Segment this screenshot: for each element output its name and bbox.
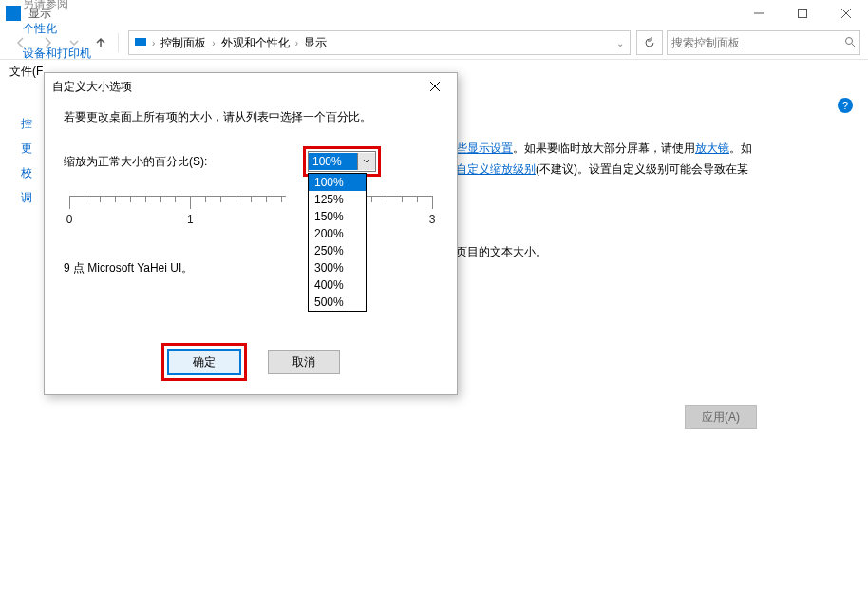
- sample-text: 9 点 Microsoft YaHei UI。: [64, 260, 438, 276]
- menu-file[interactable]: 文件(F: [9, 64, 43, 85]
- refresh-button[interactable]: [636, 30, 663, 55]
- help-icon[interactable]: ?: [838, 98, 853, 113]
- app-icon: [6, 6, 21, 21]
- sidebar: 控 更 校 调: [21, 111, 32, 210]
- pc-icon: [133, 35, 148, 50]
- ruler-label: 3: [429, 213, 436, 226]
- scale-option[interactable]: 500%: [309, 294, 366, 311]
- search-icon: [844, 36, 856, 50]
- minimize-button[interactable]: [737, 0, 781, 27]
- breadcrumb-item[interactable]: 控制面板: [155, 35, 212, 51]
- scale-label: 缩放为正常大小的百分比(S):: [64, 154, 207, 170]
- scale-option[interactable]: 200%: [309, 225, 366, 242]
- link-display-settings[interactable]: 些显示设置: [456, 142, 513, 155]
- dialog-titlebar: 自定义大小选项: [45, 73, 457, 100]
- search-placeholder: 搜索控制面板: [671, 35, 740, 51]
- link-magnifier[interactable]: 放大镜: [695, 142, 729, 155]
- ruler[interactable]: 0 1 2 3: [69, 196, 432, 253]
- chevron-down-icon[interactable]: ⌄: [616, 38, 624, 48]
- link-personalization[interactable]: 个性化: [23, 16, 91, 41]
- navbar: › 控制面板 › 外观和个性化 › 显示 ⌄ 搜索控制面板: [0, 27, 868, 60]
- apply-button: 应用(A): [685, 405, 757, 429]
- breadcrumb-item[interactable]: 外观和个性化: [216, 35, 295, 51]
- sidebar-item[interactable]: 调: [21, 185, 32, 210]
- titlebar: 显示: [0, 0, 868, 27]
- scale-option[interactable]: 300%: [309, 259, 366, 276]
- sidebar-item[interactable]: 控: [21, 111, 32, 136]
- dialog-title: 自定义大小选项: [52, 79, 132, 95]
- link-custom-scale[interactable]: 自定义缩放级别: [456, 162, 536, 176]
- ruler-label: 0: [66, 213, 73, 226]
- dialog-description: 若要更改桌面上所有项的大小，请从列表中选择一个百分比。: [64, 109, 438, 125]
- scale-option[interactable]: 400%: [309, 276, 366, 294]
- cancel-button[interactable]: 取消: [268, 350, 340, 374]
- scale-option[interactable]: 100%: [309, 174, 366, 191]
- dialog-close-button[interactable]: [421, 75, 449, 98]
- scale-option[interactable]: 150%: [309, 208, 366, 225]
- search-input[interactable]: 搜索控制面板: [667, 30, 860, 55]
- address-bar[interactable]: › 控制面板 › 外观和个性化 › 显示 ⌄: [128, 30, 631, 55]
- breadcrumb-item[interactable]: 显示: [298, 35, 332, 51]
- ok-button[interactable]: 确定: [167, 349, 241, 375]
- close-button[interactable]: [824, 0, 868, 27]
- svg-point-3: [846, 37, 853, 44]
- scale-combobox[interactable]: 100%: [308, 151, 376, 172]
- up-button[interactable]: [87, 29, 114, 56]
- ruler-label: 1: [187, 213, 194, 226]
- scale-dropdown[interactable]: 100% 125% 150% 200% 250% 300% 400% 500%: [308, 173, 367, 312]
- scale-option[interactable]: 125%: [309, 191, 366, 208]
- body-text-2: 页目的文本大小。: [456, 244, 547, 260]
- see-also-header: 另请参阅: [23, 0, 91, 16]
- custom-size-dialog: 自定义大小选项 若要更改桌面上所有项的大小，请从列表中选择一个百分比。 缩放为正…: [44, 72, 458, 395]
- svg-rect-0: [799, 10, 807, 18]
- body-text: 些显示设置。如果要临时放大部分屏幕，请使用放大镜。如 自定义缩放级别(不建议)。…: [456, 138, 836, 180]
- see-also: 另请参阅 个性化 设备和打印机: [23, 0, 91, 66]
- sidebar-item[interactable]: 更: [21, 136, 32, 161]
- link-devices-printers[interactable]: 设备和打印机: [23, 41, 91, 66]
- scale-value: 100%: [309, 153, 357, 170]
- scale-option[interactable]: 250%: [309, 242, 366, 259]
- maximize-button[interactable]: [781, 0, 824, 27]
- sidebar-item[interactable]: 校: [21, 161, 32, 185]
- svg-rect-2: [138, 47, 143, 48]
- chevron-down-icon[interactable]: [357, 153, 375, 170]
- highlight-ok: 确定: [161, 343, 247, 381]
- svg-rect-1: [135, 38, 146, 46]
